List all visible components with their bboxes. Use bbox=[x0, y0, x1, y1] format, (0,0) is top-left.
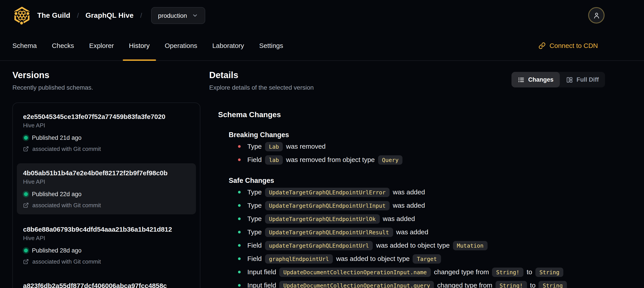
code-chip: Target bbox=[413, 254, 441, 263]
main-content: Versions Recently published schemas. e2e… bbox=[0, 61, 644, 288]
change-item: Input field UpdateDocumentCollectionOper… bbox=[238, 267, 605, 278]
code-chip: UpdateTargetGraphQLEndpointUrlError bbox=[265, 188, 390, 197]
code-chip: updateTargetGraphQLEndpointUrl bbox=[265, 241, 373, 250]
user-avatar-button[interactable] bbox=[588, 7, 604, 24]
code-chip: UpdateTargetGraphQLEndpointUrlOk bbox=[265, 214, 380, 224]
section-title: Safe Changes bbox=[229, 176, 605, 185]
schema-changes-sections: Breaking ChangesType Lab was removedFiel… bbox=[218, 130, 605, 288]
version-card[interactable]: a823f6db2a55df877dcf406006abca97fcc4858c… bbox=[17, 276, 196, 288]
breadcrumb-org[interactable]: The Guild bbox=[37, 11, 70, 19]
tab-laboratory[interactable]: Laboratory bbox=[205, 31, 252, 60]
versions-subtitle: Recently published schemas. bbox=[12, 83, 200, 91]
code-chip: UpdateDocumentCollectionOperationInput.n… bbox=[279, 267, 430, 277]
git-commit-label: associated with Git commit bbox=[32, 258, 101, 265]
version-hash: c8b6e88a06793b9c4dfd54aaa21b36a1b421d812 bbox=[23, 225, 190, 233]
external-link-icon bbox=[23, 146, 29, 152]
change-item: Type UpdateTargetGraphQLEndpointUrlError… bbox=[238, 187, 605, 198]
version-card[interactable]: c8b6e88a06793b9c4dfd54aaa21b36a1b421d812… bbox=[17, 220, 196, 271]
breadcrumb-project[interactable]: GraphQL Hive bbox=[86, 11, 134, 19]
tab-settings[interactable]: Settings bbox=[252, 31, 290, 60]
change-item: Type UpdateTargetGraphQLEndpointUrlResul… bbox=[238, 227, 605, 238]
code-chip: lab bbox=[265, 155, 283, 165]
version-card[interactable]: e2e55045345ce13fe07f52a77459b83fa3fe7020… bbox=[17, 107, 196, 158]
section-title: Breaking Changes bbox=[229, 130, 605, 139]
tab-checks[interactable]: Checks bbox=[44, 31, 82, 60]
code-chip: String bbox=[539, 281, 567, 288]
version-published: Published 28d ago bbox=[23, 247, 190, 254]
view-toggle: Changes Full Diff bbox=[511, 72, 605, 87]
change-item: Type UpdateTargetGraphQLEndpointUrlInput… bbox=[238, 200, 605, 211]
version-published: Published 21d ago bbox=[23, 134, 190, 142]
change-item: Type Lab was removed bbox=[238, 141, 605, 152]
code-chip: UpdateDocumentCollectionOperationInput.q… bbox=[279, 281, 434, 288]
link-icon bbox=[538, 42, 546, 49]
nav-tabs: SchemaChecksExplorerHistoryOperationsLab… bbox=[5, 31, 291, 60]
top-header: The Guild / GraphQL Hive / production Sc… bbox=[0, 0, 644, 61]
hive-logo-icon[interactable] bbox=[12, 6, 32, 25]
tab-explorer[interactable]: Explorer bbox=[82, 31, 122, 60]
target-selector-value: production bbox=[158, 12, 187, 19]
git-commit-label: associated with Git commit bbox=[32, 201, 101, 209]
version-git-link[interactable]: associated with Git commit bbox=[23, 145, 190, 153]
user-icon bbox=[592, 11, 600, 19]
published-dot-icon bbox=[24, 192, 28, 196]
code-chip: UpdateTargetGraphQLEndpointUrlInput bbox=[265, 201, 390, 210]
schema-changes: Schema Changes Breaking ChangesType Lab … bbox=[209, 110, 605, 288]
version-card[interactable]: 4b05ab51b1b4a7e2e4b0ef82172f2b9f7ef98c0b… bbox=[17, 163, 196, 214]
chevron-down-icon bbox=[192, 12, 198, 19]
code-chip: Lab bbox=[265, 142, 283, 151]
published-dot-icon bbox=[24, 248, 28, 252]
change-item: Field updateTargetGraphQLEndpointUrl was… bbox=[238, 240, 605, 251]
connect-cdn-label: Connect to CDN bbox=[550, 42, 598, 49]
schema-changes-title: Schema Changes bbox=[218, 110, 605, 120]
change-item: Field lab was removed from object type Q… bbox=[238, 154, 605, 166]
changes-view-button[interactable]: Changes bbox=[511, 72, 560, 87]
breadcrumb: The Guild / GraphQL Hive / production bbox=[0, 0, 644, 31]
details-title: Details bbox=[209, 70, 314, 80]
details-panel: Details Explore details of the selected … bbox=[209, 70, 605, 288]
published-label: Published 28d ago bbox=[32, 247, 82, 254]
code-chip: UpdateTargetGraphQLEndpointUrlResult bbox=[265, 228, 393, 237]
full-diff-view-label: Full Diff bbox=[577, 76, 599, 83]
versions-panel: Versions Recently published schemas. e2e… bbox=[12, 70, 200, 288]
nav-row: SchemaChecksExplorerHistoryOperationsLab… bbox=[0, 31, 644, 60]
full-diff-view-button[interactable]: Full Diff bbox=[560, 72, 605, 87]
breadcrumb-separator: / bbox=[76, 12, 80, 19]
tab-schema[interactable]: Schema bbox=[5, 31, 44, 60]
connect-cdn-link[interactable]: Connect to CDN bbox=[538, 31, 598, 60]
published-label: Published 21d ago bbox=[32, 134, 82, 142]
details-heading-block: Details Explore details of the selected … bbox=[209, 70, 314, 91]
change-item: Field graphqlEndpointUrl was added to ob… bbox=[238, 253, 605, 264]
git-commit-label: associated with Git commit bbox=[32, 145, 101, 153]
change-list: Type UpdateTargetGraphQLEndpointUrlError… bbox=[238, 187, 605, 288]
code-chip: String! bbox=[496, 281, 527, 288]
change-item: Type UpdateTargetGraphQLEndpointUrlOk wa… bbox=[238, 213, 605, 224]
version-git-link[interactable]: associated with Git commit bbox=[23, 258, 190, 265]
versions-title: Versions bbox=[12, 70, 200, 80]
columns-icon bbox=[566, 76, 573, 83]
versions-list: e2e55045345ce13fe07f52a77459b83fa3fe7020… bbox=[12, 103, 200, 288]
version-hash: a823f6db2a55df877dcf406006abca97fcc4858c bbox=[23, 281, 190, 288]
target-selector[interactable]: production bbox=[151, 7, 205, 24]
external-link-icon bbox=[23, 202, 29, 208]
version-service: Hive API bbox=[23, 178, 190, 185]
tab-history[interactable]: History bbox=[122, 31, 157, 60]
code-chip: String! bbox=[492, 267, 524, 277]
external-link-icon bbox=[23, 259, 29, 264]
code-chip: Query bbox=[378, 155, 402, 165]
version-hash: 4b05ab51b1b4a7e2e4b0ef82172f2b9f7ef98c0b bbox=[23, 169, 190, 177]
published-dot-icon bbox=[24, 136, 28, 140]
list-icon bbox=[518, 76, 524, 83]
code-chip: Mutation bbox=[453, 241, 488, 250]
changes-view-label: Changes bbox=[528, 76, 553, 83]
code-chip: String bbox=[536, 267, 563, 277]
version-service: Hive API bbox=[23, 234, 190, 242]
published-label: Published 22d ago bbox=[32, 190, 82, 198]
breadcrumb-separator: / bbox=[140, 12, 143, 19]
version-git-link[interactable]: associated with Git commit bbox=[23, 201, 190, 209]
code-chip: graphqlEndpointUrl bbox=[265, 254, 333, 263]
details-header: Details Explore details of the selected … bbox=[209, 70, 605, 91]
change-item: Input field UpdateDocumentCollectionOper… bbox=[238, 280, 605, 288]
tab-operations[interactable]: Operations bbox=[157, 31, 205, 60]
version-published: Published 22d ago bbox=[23, 190, 190, 198]
